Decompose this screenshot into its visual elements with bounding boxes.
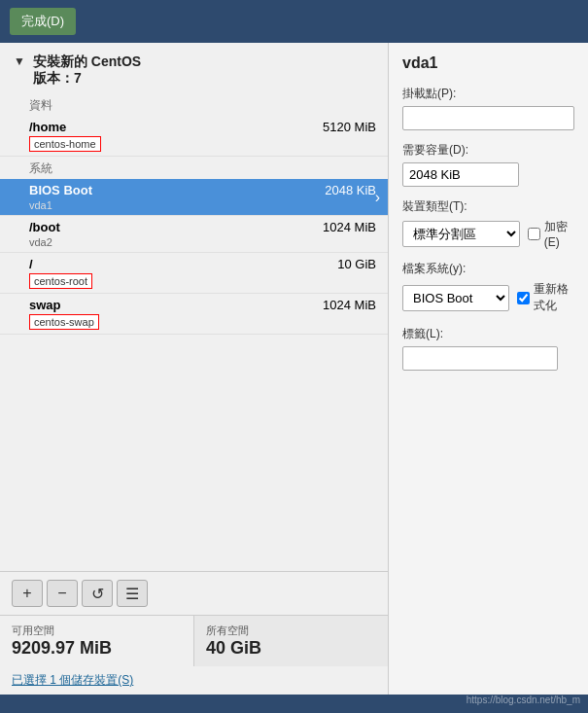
size-input[interactable]: [402, 162, 519, 187]
section-system-label: 系統: [0, 157, 388, 179]
encrypt-label-text: 加密(E): [544, 219, 574, 249]
partition-item-boot[interactable]: /boot 1024 MiB vda2: [0, 216, 388, 253]
partition-home-tag-box: centos-home: [29, 134, 376, 152]
refresh-button[interactable]: ↺: [82, 580, 113, 607]
available-space-block: 可用空間 9209.97 MiB: [0, 616, 194, 666]
add-partition-button[interactable]: +: [12, 580, 43, 607]
size-group: 需要容量(D):: [402, 142, 574, 187]
reformat-label: 重新格式化: [517, 281, 574, 314]
partition-boot-device: vda2: [29, 236, 376, 248]
right-panel: vda1 掛載點(P): 需要容量(D): 裝置類型(T): 標準分割區 LVM…: [389, 43, 588, 695]
tag-group: 標籤(L):: [402, 326, 574, 371]
collapse-arrow-icon[interactable]: ▼: [14, 54, 25, 68]
partition-swap-top: swap 1024 MiB: [29, 298, 376, 312]
total-value: 40 GiB: [206, 638, 376, 659]
section-data-label: 資料: [0, 93, 388, 116]
partition-root-tag: centos-root: [29, 273, 92, 289]
install-title-block: 安裝新的 CentOS 版本：7: [33, 53, 141, 88]
reformat-label-text: 重新格式化: [534, 281, 574, 314]
device-type-select[interactable]: 標準分割區 LVM RAID: [402, 221, 520, 247]
partition-swap-tag: centos-swap: [29, 314, 99, 330]
partition-boot-top: /boot 1024 MiB: [29, 220, 376, 234]
filesystem-select[interactable]: BIOS Boot ext4 ext3 xfs swap: [402, 285, 509, 311]
partition-boot-mount: /boot: [29, 220, 60, 234]
total-space-block: 所有空間 40 GiB: [194, 616, 388, 666]
mount-point-label: 掛載點(P):: [402, 86, 574, 102]
partition-swap-mount: swap: [29, 298, 61, 312]
list-spacer: [0, 335, 388, 571]
reformat-checkbox[interactable]: [517, 292, 530, 304]
encrypt-label: 加密(E): [528, 219, 574, 249]
toolbar: + − ↺ ☰: [0, 571, 388, 615]
partition-item-bios[interactable]: BIOS Boot 2048 KiB vda1 ›: [0, 179, 388, 216]
done-button[interactable]: 完成(D): [10, 8, 76, 35]
device-type-row: 標準分割區 LVM RAID 加密(E): [402, 219, 574, 249]
filesystem-label: 檔案系統(y):: [402, 261, 574, 277]
partition-bios-mount: BIOS Boot: [29, 183, 92, 197]
partition-bios-device: vda1: [29, 199, 376, 211]
available-value: 9209.97 MiB: [12, 638, 182, 659]
partition-root-mount: /: [29, 257, 33, 271]
install-header: ▼ 安裝新的 CentOS 版本：7: [0, 43, 388, 93]
main-container: ▼ 安裝新的 CentOS 版本：7 資料 /home 5120 MiB cen…: [0, 43, 588, 695]
tag-label: 標籤(L):: [402, 326, 574, 342]
partition-bios-top: BIOS Boot 2048 KiB: [29, 183, 376, 197]
tag-input[interactable]: [402, 346, 558, 371]
partition-home-mount: /home: [29, 120, 66, 134]
partition-boot-size: 1024 MiB: [323, 220, 376, 234]
watermark: https://blog.csdn.net/hb_m: [467, 695, 580, 705]
partition-home-top: /home 5120 MiB: [29, 120, 376, 134]
partition-root-size: 10 GiB: [337, 257, 376, 271]
mount-point-group: 掛載點(P):: [402, 86, 574, 130]
top-bar: 完成(D): [0, 0, 588, 43]
available-label: 可用空間: [12, 624, 182, 638]
partition-root-top: / 10 GiB: [29, 257, 376, 271]
partition-item-swap[interactable]: swap 1024 MiB centos-swap: [0, 294, 388, 335]
storage-link[interactable]: 已選擇 1 個儲存裝置(S): [0, 666, 388, 695]
install-title-line1: 安裝新的 CentOS: [33, 53, 141, 70]
partition-home-tag: centos-home: [29, 136, 101, 152]
partition-item-home[interactable]: /home 5120 MiB centos-home: [0, 116, 388, 157]
partition-bios-arrow-icon: ›: [375, 189, 380, 206]
device-type-label: 裝置類型(T):: [402, 198, 574, 215]
partition-detail-title: vda1: [402, 54, 574, 72]
partition-home-size: 5120 MiB: [323, 120, 376, 134]
total-label: 所有空間: [206, 624, 376, 638]
left-panel: ▼ 安裝新的 CentOS 版本：7 資料 /home 5120 MiB cen…: [0, 43, 389, 695]
filesystem-group: 檔案系統(y): BIOS Boot ext4 ext3 xfs swap 重新…: [402, 261, 574, 314]
partition-swap-tag-box: centos-swap: [29, 312, 376, 330]
mount-point-input[interactable]: [402, 106, 574, 130]
device-type-group: 裝置類型(T): 標準分割區 LVM RAID 加密(E): [402, 198, 574, 249]
partition-item-root[interactable]: / 10 GiB centos-root: [0, 253, 388, 294]
partition-bios-size: 2048 KiB: [325, 183, 376, 197]
partition-swap-size: 1024 MiB: [323, 298, 376, 312]
partition-root-tag-box: centos-root: [29, 271, 376, 289]
filesystem-row: BIOS Boot ext4 ext3 xfs swap 重新格式化: [402, 281, 574, 314]
remove-partition-button[interactable]: −: [47, 580, 78, 607]
bottom-bar: 可用空間 9209.97 MiB 所有空間 40 GiB: [0, 615, 388, 666]
size-label: 需要容量(D):: [402, 142, 574, 159]
encrypt-checkbox[interactable]: [528, 228, 540, 240]
config-button[interactable]: ☰: [117, 580, 148, 607]
install-version: 版本：7: [33, 70, 141, 88]
